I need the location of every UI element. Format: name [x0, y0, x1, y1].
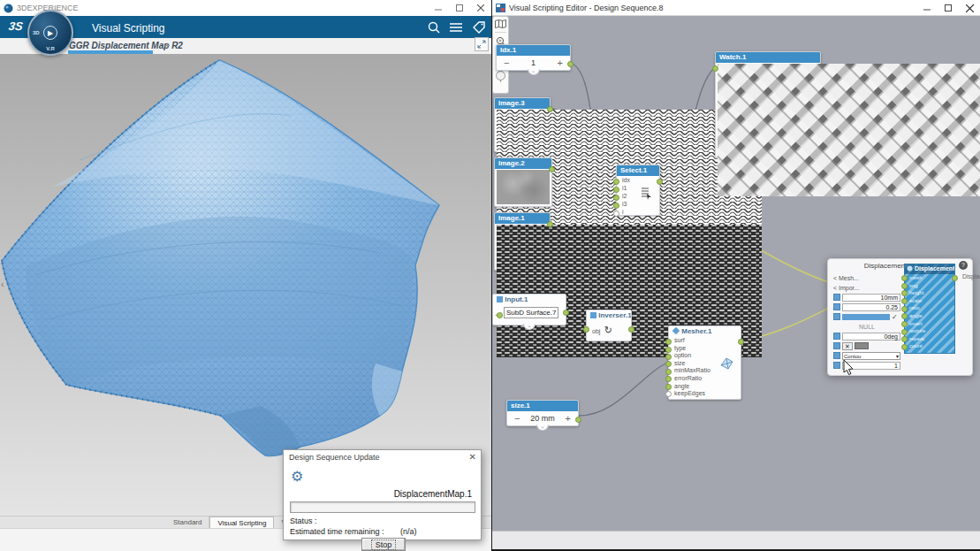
angle-field[interactable]: 0deg — [842, 333, 900, 341]
idx-value[interactable]: 1 — [531, 58, 536, 67]
node-graph-canvas[interactable]: Idx.1 − 1 + ⌄ Image.3 Image.2 Image.1 — [492, 16, 980, 531]
input-port[interactable] — [613, 179, 619, 185]
input-port[interactable] — [901, 290, 908, 296]
eta-value: (n/a) — [400, 527, 417, 536]
maximize-button[interactable] — [449, 0, 470, 16]
output-port[interactable] — [575, 417, 581, 423]
node-select[interactable]: Select.1 idx i1 i2 i3 i — [616, 165, 660, 216]
dialog-close-icon[interactable]: ✕ — [469, 452, 476, 462]
node-displacement-map[interactable]: DisplacementMa mesh img height scale rat… — [904, 264, 955, 354]
stop-button[interactable]: Stop — [361, 538, 406, 551]
displacement-node-title[interactable]: DisplacementMa — [905, 264, 954, 274]
toggle-off-icon[interactable]: ✕ — [842, 342, 853, 350]
node-inverser-title[interactable]: Inverser.1 — [587, 310, 631, 321]
node-inverser[interactable]: Inverser.1 obj ↻ — [586, 310, 632, 341]
help-icon[interactable]: ? — [959, 261, 968, 270]
output-port[interactable] — [952, 275, 958, 281]
input-port[interactable] — [901, 275, 908, 281]
input-port[interactable] — [613, 210, 619, 217]
node-image1-title[interactable]: Image.1 — [495, 213, 550, 224]
menu-icon[interactable] — [447, 19, 465, 36]
slider-bar[interactable] — [842, 314, 890, 320]
input-port[interactable] — [665, 376, 672, 382]
output-port[interactable] — [547, 106, 553, 112]
input-port[interactable] — [665, 347, 672, 353]
node-watch[interactable]: Watch.1 — [715, 51, 821, 157]
input-port[interactable] — [901, 329, 908, 335]
input-port[interactable] — [613, 195, 619, 201]
tab-standard[interactable]: Standard — [166, 517, 209, 528]
new-tab-button[interactable]: + — [164, 40, 170, 50]
output-port[interactable] — [628, 326, 634, 333]
node-image2[interactable]: Image.2 — [494, 157, 552, 207]
input-port[interactable] — [665, 369, 672, 375]
node-mesher[interactable]: Mesher.1 surf type option size minMaxRat… — [668, 325, 741, 400]
input-port[interactable] — [583, 326, 589, 333]
input-value-field[interactable]: SubD Surface.7 — [504, 307, 558, 318]
input-port[interactable] — [665, 384, 672, 390]
size-plus-button[interactable]: + — [566, 413, 571, 424]
node-size-title[interactable]: size.1 — [507, 401, 578, 411]
output-port[interactable] — [563, 310, 569, 316]
toggle-track[interactable] — [855, 342, 869, 349]
input-port[interactable] — [665, 361, 672, 367]
side-panel-toggle-icon[interactable]: ‹ — [1, 279, 4, 289]
tag-icon[interactable] — [470, 19, 488, 36]
output-port[interactable] — [567, 61, 574, 67]
output-port[interactable] — [547, 221, 553, 227]
displacement-surface[interactable] — [0, 54, 491, 516]
size-minus-button[interactable]: − — [514, 413, 520, 424]
3d-viewport[interactable]: ‹ — [0, 54, 491, 516]
idx-minus-button[interactable]: − — [504, 57, 509, 68]
node-mesher-title[interactable]: Mesher.1 — [669, 326, 741, 337]
search-icon[interactable] — [425, 19, 443, 36]
input-port[interactable] — [901, 344, 908, 350]
import-link[interactable]: < Impor... — [833, 285, 859, 291]
input-port[interactable] — [901, 313, 908, 319]
close-button[interactable] — [470, 0, 491, 16]
node-idx-title[interactable]: Idx.1 — [497, 45, 570, 56]
node-image3[interactable]: Image.3 — [494, 97, 551, 152]
idx-plus-button[interactable]: + — [558, 57, 563, 68]
ratio-field[interactable]: 0.25 — [842, 303, 900, 311]
input-port[interactable] — [497, 312, 503, 318]
3ds-logo: 3S — [8, 19, 24, 33]
node-input-title[interactable]: Input.1 — [493, 295, 566, 305]
output-port[interactable] — [657, 179, 663, 185]
height-field[interactable]: 10mm — [842, 294, 900, 302]
minimize-button[interactable] — [428, 0, 449, 16]
input-port[interactable] — [665, 391, 672, 397]
output-port[interactable] — [549, 166, 555, 172]
expand-viewport-button[interactable] — [475, 37, 489, 51]
3d-compass[interactable]: ▶ 3D V.R — [27, 10, 73, 56]
maximize-button[interactable] — [938, 0, 959, 16]
node-idx[interactable]: Idx.1 − 1 + ⌄ — [496, 44, 571, 71]
output-port[interactable] — [738, 339, 744, 345]
mesh-link[interactable]: < Mesh... — [833, 275, 859, 281]
tab-visual-scripting[interactable]: Visual Scripting — [209, 517, 274, 528]
node-input[interactable]: Input.1 SubD Surface.7 + ⌄ — [492, 294, 566, 325]
input-port[interactable] — [901, 283, 908, 289]
input-port[interactable] — [901, 321, 908, 327]
input-port[interactable] — [665, 354, 672, 360]
input-port[interactable] — [901, 306, 908, 312]
checkbox-checked[interactable]: ✓ — [892, 313, 900, 321]
node-image1[interactable]: Image.1 — [494, 212, 551, 271]
size-value[interactable]: 20 mm — [530, 414, 555, 423]
compass-play-icon[interactable]: ▶ — [43, 26, 57, 40]
editor-window-icon — [496, 4, 505, 12]
node-image2-title[interactable]: Image.2 — [495, 158, 551, 169]
node-size[interactable]: size.1 − 20 mm + ⌄ — [506, 400, 579, 426]
close-button[interactable] — [959, 0, 980, 16]
input-port[interactable] — [665, 339, 672, 345]
input-port[interactable] — [613, 187, 619, 193]
input-port[interactable] — [712, 65, 718, 72]
minimize-button[interactable] — [916, 0, 938, 16]
input-port[interactable] — [901, 336, 908, 342]
node-select-title[interactable]: Select.1 — [617, 165, 659, 176]
input-port[interactable] — [613, 203, 619, 209]
node-watch-title[interactable]: Watch.1 — [716, 52, 820, 63]
node-image3-title[interactable]: Image.3 — [495, 98, 550, 109]
status-label: Status : — [290, 517, 317, 525]
input-port[interactable] — [901, 298, 908, 304]
